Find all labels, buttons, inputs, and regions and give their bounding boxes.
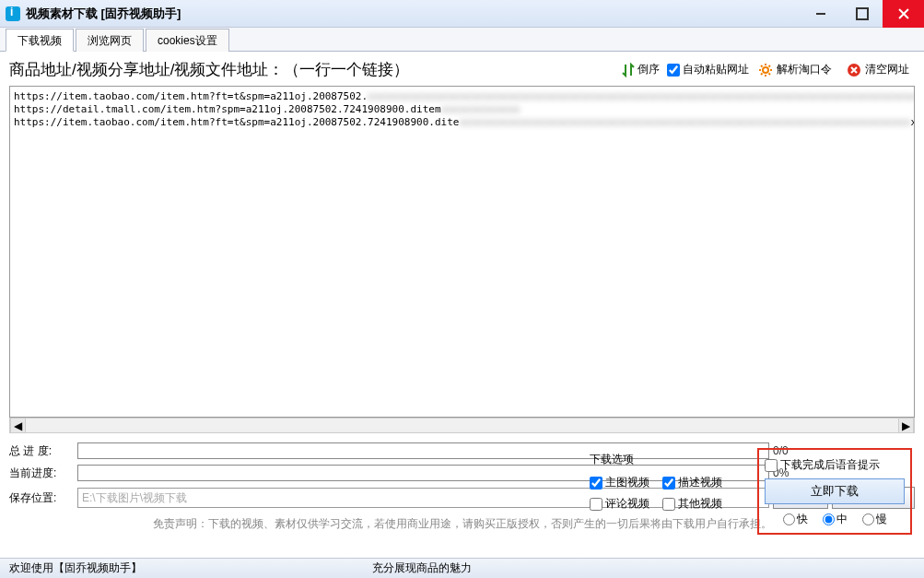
options-title: 下载选项 <box>590 452 769 467</box>
status-slogan: 充分展现商品的魅力 <box>372 560 472 576</box>
other-video-input[interactable] <box>662 498 675 511</box>
titlebar: 视频素材下载 [固乔视频助手] <box>0 0 924 28</box>
tab-bar: 下载视频 浏览网页 cookies设置 <box>0 28 924 52</box>
clear-icon <box>847 63 861 77</box>
app-icon <box>6 6 20 21</box>
main-video-checkbox[interactable]: 主图视频 <box>590 475 649 490</box>
speed-mid-label: 中 <box>836 512 848 527</box>
window-controls <box>800 0 924 28</box>
speed-fast[interactable]: 快 <box>783 512 808 527</box>
auto-paste-label: 自动粘贴网址 <box>683 62 749 77</box>
other-video-checkbox[interactable]: 其他视频 <box>662 496 722 512</box>
status-bar: 欢迎使用【固乔视频助手】 充分展现商品的魅力 <box>0 558 924 578</box>
url-textarea[interactable]: https://item.taobao.com/item.htm?ft=t&sp… <box>9 86 915 418</box>
url-line: https://item.taobao.com/item.htm?ft=t&sp… <box>14 90 368 102</box>
parse-tao-button[interactable]: 解析淘口令 <box>753 60 837 79</box>
clear-urls-button[interactable]: 清空网址 <box>841 60 915 79</box>
invert-label: 倒序 <box>637 62 660 77</box>
voice-tip-input[interactable] <box>765 459 778 472</box>
auto-paste-checkbox[interactable]: 自动粘贴网址 <box>667 62 749 77</box>
close-button[interactable] <box>883 0 924 28</box>
desc-video-checkbox[interactable]: 描述视频 <box>662 475 722 490</box>
svg-point-0 <box>763 67 768 73</box>
speed-fast-label: 快 <box>797 512 808 527</box>
voice-tip-label: 下载完成后语音提示 <box>780 457 880 473</box>
url-blur: xxxxxxxxxxxxx <box>441 103 520 115</box>
auto-paste-input[interactable] <box>667 64 680 77</box>
url-line: https://item.taobao.com/item.htm?ft=t&sp… <box>14 116 459 128</box>
tab-browse[interactable]: 浏览网页 <box>76 29 144 52</box>
parse-tao-label: 解析淘口令 <box>777 62 832 77</box>
url-blur: xxxxxxxxxxxxxxxxxxxxxxxxxxxxxxxxxxxxxxxx… <box>368 90 915 102</box>
comment-video-checkbox[interactable]: 评论视频 <box>590 496 649 512</box>
voice-tip-checkbox[interactable]: 下载完成后语音提示 <box>765 457 905 473</box>
desc-video-input[interactable] <box>662 477 675 490</box>
other-video-label: 其他视频 <box>678 496 722 512</box>
scroll-track[interactable] <box>26 419 898 432</box>
gear-icon <box>758 63 773 77</box>
main-video-input[interactable] <box>590 477 602 490</box>
clear-urls-label: 清空网址 <box>865 62 909 77</box>
speed-slow-input[interactable] <box>862 513 874 525</box>
tab-cookies[interactable]: cookies设置 <box>146 29 229 52</box>
speed-mid-input[interactable] <box>823 513 835 525</box>
scroll-left-icon[interactable]: ◀ <box>10 418 26 433</box>
download-button[interactable]: 立即下载 <box>765 478 905 504</box>
speed-slow[interactable]: 慢 <box>862 512 887 527</box>
invert-button[interactable]: 倒序 <box>617 60 663 79</box>
speed-radio-group: 快 中 慢 <box>765 512 905 527</box>
main-video-label: 主图视频 <box>605 475 649 490</box>
h-scrollbar[interactable]: ◀ ▶ <box>9 418 915 433</box>
comment-video-label: 评论视频 <box>605 496 649 512</box>
url-blur: xxxxxxxxxxxxxxxxxxxxxxxxxxxxxxxxxxxxxxxx… <box>459 116 910 128</box>
status-welcome: 欢迎使用【固乔视频助手】 <box>9 560 142 576</box>
sort-icon <box>621 63 636 77</box>
comment-video-input[interactable] <box>590 498 602 511</box>
maximize-button[interactable] <box>841 0 883 28</box>
scroll-right-icon[interactable]: ▶ <box>898 418 914 433</box>
total-progress-label: 总 进 度: <box>9 443 74 459</box>
desc-video-label: 描述视频 <box>678 475 722 490</box>
current-progress-label: 当前进度: <box>9 466 74 481</box>
download-action-box: 下载完成后语音提示 立即下载 快 中 慢 <box>757 448 912 535</box>
minimize-button[interactable] <box>800 0 841 28</box>
window-title: 视频素材下载 [固乔视频助手] <box>26 6 181 22</box>
download-options: 下载选项 主图视频 描述视频 评论视频 其他视频 <box>590 452 769 517</box>
tab-download[interactable]: 下载视频 <box>6 29 74 52</box>
url-line: https://detail.tmall.com/item.htm?spm=a2… <box>14 103 441 115</box>
speed-fast-input[interactable] <box>783 513 795 525</box>
save-path-label: 保存位置: <box>9 490 74 506</box>
url-tail: xxxxxxx d <box>911 116 915 128</box>
speed-slow-label: 慢 <box>876 512 887 527</box>
url-heading: 商品地址/视频分享地址/视频文件地址：（一行一个链接） <box>9 59 614 80</box>
speed-mid[interactable]: 中 <box>823 512 848 527</box>
